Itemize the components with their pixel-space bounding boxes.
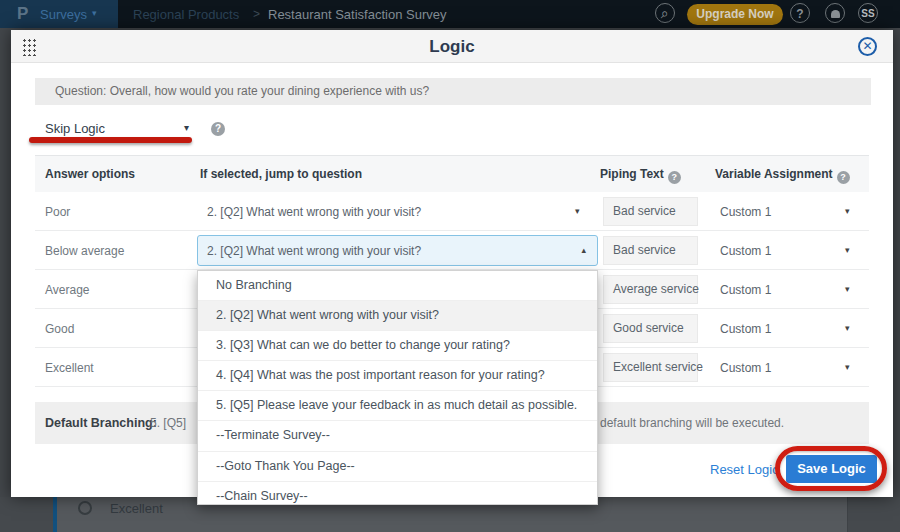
- answer-option-label: Average: [45, 283, 89, 297]
- table-header-row: Answer options If selected, jump to ques…: [35, 156, 869, 192]
- jump-question-select-active[interactable]: 2. [Q2] What went wrong with your visit?…: [197, 235, 598, 266]
- answer-option-label: Good: [45, 322, 74, 336]
- dropdown-option[interactable]: --Chain Survey--: [198, 482, 597, 511]
- help-icon[interactable]: ?: [790, 3, 810, 23]
- piping-text-input[interactable]: Bad service: [603, 236, 698, 265]
- reset-logic-link[interactable]: Reset Logic: [710, 462, 779, 477]
- variable-select[interactable]: Custom 1: [720, 205, 771, 219]
- close-icon[interactable]: ✕: [858, 37, 877, 56]
- piping-text-input[interactable]: Average service: [603, 275, 698, 304]
- question-text-bar: Question: Overall, how would you rate yo…: [35, 78, 871, 105]
- chevron-down-icon[interactable]: ▾: [845, 323, 850, 333]
- breadcrumb-separator-icon: >: [253, 7, 260, 21]
- user-avatar[interactable]: SS: [858, 3, 878, 23]
- bell-glyph: [831, 10, 840, 18]
- modal-title: Logic: [11, 30, 893, 63]
- breadcrumb-survey-title: Restaurant Satisfaction Survey: [268, 7, 446, 22]
- chevron-down-icon[interactable]: ▾: [845, 245, 850, 255]
- dropdown-option[interactable]: --Goto Thank You Page--: [198, 452, 597, 482]
- selected-question-indicator: [53, 497, 57, 532]
- proprofs-logo[interactable]: P: [17, 4, 28, 24]
- answer-option-label: Poor: [45, 205, 70, 219]
- piping-help-icon[interactable]: ?: [668, 171, 681, 184]
- variable-select[interactable]: Custom 1: [720, 322, 771, 336]
- column-piping-text: Piping Text?: [600, 167, 681, 184]
- top-navigation-bar: P Surveys ▾ Regional Products > Restaura…: [0, 0, 900, 28]
- dropdown-option-highlighted[interactable]: 2. [Q2] What went wrong with your visit?: [198, 301, 597, 331]
- answer-option-label: Below average: [45, 244, 124, 258]
- dropdown-option[interactable]: No Branching: [198, 271, 597, 301]
- variable-select[interactable]: Custom 1: [720, 361, 771, 375]
- logic-type-help-icon[interactable]: ?: [211, 122, 225, 136]
- table-row: Poor 2. [Q2] What went wrong with your v…: [35, 192, 869, 231]
- default-branching-label: Default Branching:: [45, 402, 157, 444]
- variable-select[interactable]: Custom 1: [720, 283, 771, 297]
- dropdown-option[interactable]: 5. [Q5] Please leave your feedback in as…: [198, 391, 597, 421]
- chevron-down-icon[interactable]: ▾: [184, 122, 189, 133]
- default-branching-note: default branching will be executed.: [600, 402, 784, 444]
- dropdown-option[interactable]: 3. [Q3] What can we do better to change …: [198, 331, 597, 361]
- excellent-radio[interactable]: [78, 501, 92, 515]
- chevron-down-icon[interactable]: ▾: [845, 362, 850, 372]
- column-jump-to-question: If selected, jump to question: [200, 167, 362, 181]
- selected-jump-question: 2. [Q2] What went wrong with your visit?: [207, 244, 421, 258]
- search-icon[interactable]: ⌕: [655, 3, 675, 23]
- piping-text-input[interactable]: Good service: [603, 314, 698, 343]
- column-answer-options: Answer options: [45, 167, 135, 181]
- piping-text-input[interactable]: Bad service: [603, 197, 698, 226]
- jump-question-select[interactable]: 2. [Q2] What went wrong with your visit?: [207, 205, 577, 219]
- dropdown-option[interactable]: 4. [Q4] What was the post important reas…: [198, 361, 597, 391]
- logic-type-select[interactable]: Skip Logic: [45, 121, 105, 136]
- notifications-bell-icon[interactable]: [825, 3, 845, 23]
- chevron-down-icon[interactable]: ▾: [845, 284, 850, 294]
- variable-help-icon[interactable]: ?: [837, 171, 850, 184]
- save-logic-button[interactable]: Save Logic: [786, 455, 877, 483]
- jump-question-dropdown-list: No Branching 2. [Q2] What went wrong wit…: [197, 270, 598, 505]
- surveys-caret-icon: ▾: [92, 8, 97, 18]
- chevron-down-icon[interactable]: ▾: [575, 206, 580, 216]
- breadcrumb-folder[interactable]: Regional Products: [133, 7, 239, 22]
- column-variable-assignment: Variable Assignment?: [715, 167, 850, 184]
- table-row: Below average 2. [Q2] What went wrong wi…: [35, 231, 869, 270]
- column-variable-label: Variable Assignment: [715, 167, 833, 181]
- red-underline-annotation: [29, 137, 192, 143]
- default-branching-value: 5. [Q5]: [150, 402, 186, 444]
- dropdown-option[interactable]: --Terminate Survey--: [198, 421, 597, 451]
- variable-select[interactable]: Custom 1: [720, 244, 771, 258]
- background-card-edge: [847, 497, 848, 532]
- answer-option-label: Excellent: [45, 361, 94, 375]
- surveys-menu[interactable]: Surveys: [40, 7, 87, 22]
- upgrade-now-button[interactable]: Upgrade Now: [687, 4, 783, 25]
- modal-header: Logic ✕: [11, 30, 893, 63]
- excellent-radio-label: Excellent: [110, 501, 163, 516]
- piping-text-input[interactable]: Excellent service: [603, 353, 698, 382]
- chevron-up-icon: ▴: [581, 245, 586, 255]
- column-piping-text-label: Piping Text: [600, 167, 664, 181]
- chevron-down-icon[interactable]: ▾: [845, 206, 850, 216]
